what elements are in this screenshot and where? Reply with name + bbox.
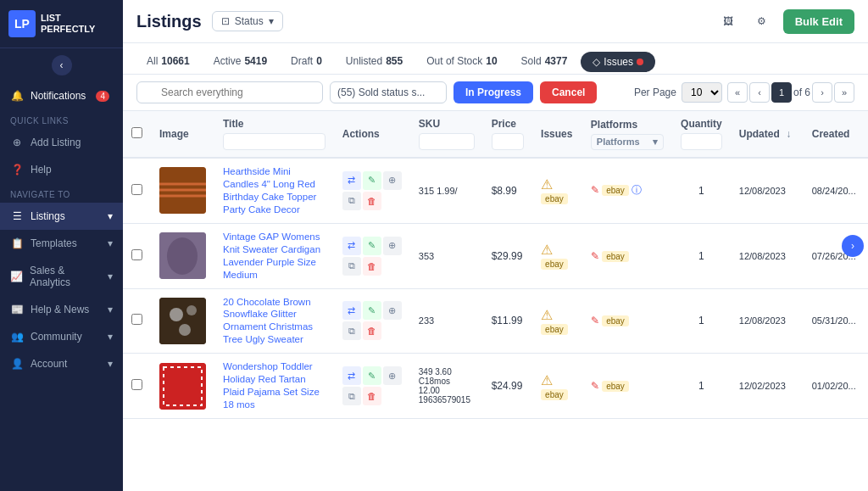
edit-action-button[interactable]: ✎ — [363, 366, 381, 385]
share-action-button[interactable]: ⇄ — [342, 171, 361, 190]
share-action-button[interactable]: ⇄ — [342, 301, 361, 320]
copy-action-button[interactable]: ⊕ — [383, 301, 402, 320]
settings-button[interactable]: ⚙ — [749, 8, 775, 34]
duplicate-action-button[interactable]: ⧉ — [342, 192, 361, 210]
price-search-input[interactable] — [492, 133, 524, 150]
th-price: Price — [483, 111, 532, 158]
sidebar-collapse-button[interactable]: ‹ — [52, 55, 72, 75]
row-platforms-cell: ✎ ebay — [582, 288, 672, 354]
sidebar-item-notifications[interactable]: 🔔 Notifications 4 — [0, 82, 123, 109]
pencil-icon: ✎ — [591, 380, 599, 392]
sidebar-item-add-listing[interactable]: ⊕ Add Listing — [0, 129, 123, 156]
search-wrapper: 🔍 — [136, 81, 323, 103]
platforms-filter[interactable]: Platforms ▾ — [591, 134, 664, 150]
tab-draft-label: Draft — [291, 55, 313, 67]
filter-select[interactable]: (55) Sold status s... — [330, 81, 447, 103]
title-search-input[interactable] — [223, 133, 326, 150]
per-page-select[interactable]: 10 — [682, 82, 722, 103]
delete-action-button[interactable]: 🗑 — [363, 257, 381, 276]
current-page-button[interactable]: 1 — [771, 82, 792, 103]
row-sku-cell: 349 3.60 C18mos 12.00 19636579015 — [410, 354, 483, 419]
row-image-cell — [151, 288, 214, 354]
edit-action-button[interactable]: ✎ — [363, 301, 381, 320]
sidebar-item-help-news[interactable]: 📰 Help & News ▾ — [0, 296, 123, 323]
table-row: Hearthside Mini Candles 4" Long Red Birt… — [123, 158, 868, 223]
add-listing-label: Add Listing — [31, 137, 81, 148]
delete-action-button[interactable]: 🗑 — [363, 321, 381, 340]
tab-active[interactable]: Active 5419 — [203, 50, 277, 74]
cancel-button[interactable]: Cancel — [540, 81, 597, 103]
listings-icon: ☰ — [10, 210, 24, 222]
svg-point-8 — [186, 305, 197, 315]
last-page-button[interactable]: » — [834, 82, 854, 103]
gear-icon: ⚙ — [757, 15, 766, 27]
qty-search-input[interactable] — [681, 133, 722, 150]
edit-action-button[interactable]: ✎ — [363, 171, 381, 190]
select-all-checkbox[interactable] — [131, 127, 142, 138]
sidebar-item-listings[interactable]: ☰ Listings ▾ — [0, 203, 123, 230]
tab-issues[interactable]: ◇ Issues — [581, 52, 655, 72]
sidebar-item-help[interactable]: ❓ Help — [0, 156, 123, 183]
copy-action-button[interactable]: ⊕ — [383, 366, 402, 385]
product-image — [159, 232, 206, 279]
tab-sold[interactable]: Sold 4377 — [511, 50, 578, 74]
next-page-button[interactable]: › — [812, 82, 832, 103]
help-icon: ❓ — [10, 164, 24, 176]
tab-draft[interactable]: Draft 0 — [281, 50, 332, 74]
image-upload-button[interactable]: 🖼 — [715, 8, 741, 34]
row-title-link[interactable]: Vintage GAP Womens Knit Sweater Cardigan… — [223, 232, 320, 280]
sidebar-item-sales-analytics[interactable]: 📈 Sales & Analytics ▾ — [0, 257, 123, 296]
share-action-button[interactable]: ⇄ — [342, 237, 361, 255]
sidebar-item-account[interactable]: 👤 Account ▾ — [0, 350, 123, 377]
delete-action-button[interactable]: 🗑 — [363, 387, 381, 405]
row-platforms-cell: ✎ ebay ⓘ — [582, 158, 672, 223]
tab-unlisted[interactable]: Unlisted 855 — [336, 50, 413, 74]
row-title-link[interactable]: Hearthside Mini Candles 4" Long Red Birt… — [223, 166, 316, 215]
tab-out-of-stock[interactable]: Out of Stock 10 — [416, 50, 507, 74]
row-title-link[interactable]: Wondershop Toddler Holiday Red Tartan Pl… — [223, 361, 320, 410]
sidebar-item-templates[interactable]: 📋 Templates ▾ — [0, 230, 123, 257]
filter-wrapper: (55) Sold status s... — [330, 81, 447, 103]
th-sku: SKU — [410, 111, 483, 158]
row-price-cell: $29.99 — [483, 223, 532, 288]
status-button[interactable]: ⊡ Status ▾ — [212, 11, 283, 31]
row-title-cell: Wondershop Toddler Holiday Red Tartan Pl… — [214, 354, 334, 419]
row-created-cell: 01/02/20... — [804, 354, 868, 419]
in-progress-button[interactable]: In Progress — [453, 81, 533, 103]
warning-icon: ⚠ — [541, 308, 553, 322]
row-checkbox[interactable] — [131, 249, 142, 260]
row-title-link[interactable]: 20 Chocolate Brown Snowflake Glitter Orn… — [223, 297, 313, 345]
status-icon: ⊡ — [221, 15, 230, 27]
platforms-filter-arrow: ▾ — [653, 137, 658, 148]
first-page-button[interactable]: « — [727, 82, 748, 103]
status-chevron-icon: ▾ — [269, 15, 274, 27]
delete-action-button[interactable]: 🗑 — [363, 192, 381, 210]
row-checkbox[interactable] — [131, 314, 142, 325]
copy-action-button[interactable]: ⊕ — [383, 237, 402, 255]
duplicate-action-button[interactable]: ⧉ — [342, 387, 361, 405]
edit-action-button[interactable]: ✎ — [363, 237, 381, 255]
action-buttons: ⇄ ✎ ⊕ ⧉ 🗑 — [342, 366, 402, 405]
duplicate-action-button[interactable]: ⧉ — [342, 321, 361, 340]
row-updated-cell: 12/02/2023 — [731, 354, 804, 419]
duplicate-action-button[interactable]: ⧉ — [342, 257, 361, 276]
sku-search-input[interactable] — [419, 133, 475, 150]
tab-all-count: 10661 — [161, 55, 189, 67]
sidebar-item-community[interactable]: 👥 Community ▾ — [0, 323, 123, 350]
account-label: Account — [31, 358, 67, 370]
main-content: Listings ⊡ Status ▾ 🖼 ⚙ Bulk Edit All 10… — [123, 0, 868, 491]
scroll-right-button[interactable]: › — [842, 235, 864, 257]
search-input[interactable] — [136, 81, 323, 103]
prev-page-button[interactable]: ‹ — [749, 82, 770, 103]
copy-action-button[interactable]: ⊕ — [383, 171, 402, 190]
notifications-label: Notifications — [31, 90, 86, 102]
bulk-edit-button[interactable]: Bulk Edit — [783, 9, 854, 34]
row-checkbox[interactable] — [131, 379, 142, 390]
product-image — [159, 363, 206, 410]
tab-out-of-stock-count: 10 — [486, 55, 497, 67]
tab-all[interactable]: All 10661 — [136, 50, 200, 74]
tab-active-label: Active — [214, 55, 242, 67]
row-created-cell: 05/31/20... — [804, 288, 868, 354]
share-action-button[interactable]: ⇄ — [342, 366, 361, 385]
row-checkbox[interactable] — [131, 184, 142, 195]
